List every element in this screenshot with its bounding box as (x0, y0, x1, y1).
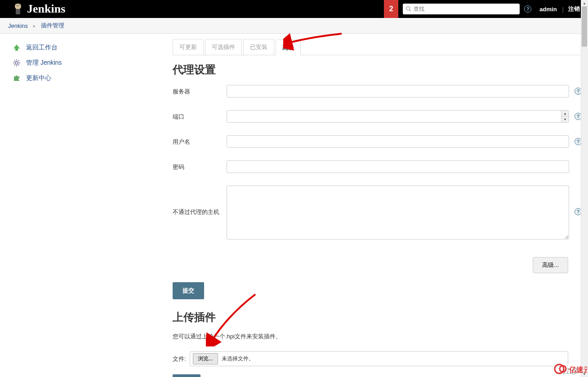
sidebar-item-label: 更新中心 (26, 74, 51, 82)
file-label: 文件: (173, 355, 186, 363)
textarea-noproxy[interactable] (227, 186, 569, 240)
search-icon (405, 6, 412, 12)
browse-button[interactable]: 浏览... (193, 353, 218, 364)
help-icon[interactable]: ? (524, 5, 531, 13)
file-picker: 浏览... 未选择文件。 (190, 351, 568, 366)
label-port: 端口 (173, 110, 227, 121)
svg-point-2 (17, 5, 18, 6)
scrollbar-up-icon[interactable]: ▲ (581, 0, 588, 6)
logo-text: Jenkins (27, 2, 65, 16)
tab-available[interactable]: 可选插件 (205, 39, 242, 55)
label-server: 服务器 (173, 85, 227, 96)
notification-badge[interactable]: 2 (384, 0, 398, 18)
up-arrow-icon (12, 43, 22, 53)
sidebar-item-label: 管理 Jenkins (26, 59, 62, 67)
input-server[interactable] (227, 85, 569, 98)
tab-advanced[interactable]: 高级 (276, 40, 301, 55)
tabs: 可更新 可选插件 已安装 高级 (173, 39, 582, 55)
svg-line-12 (18, 65, 19, 66)
tab-installed[interactable]: 已安装 (243, 39, 274, 55)
row-password: 密码 ? (173, 160, 582, 173)
watermark-logo: 亿速云 (552, 361, 588, 377)
svg-line-11 (14, 61, 15, 62)
input-password[interactable] (227, 160, 569, 173)
svg-line-13 (14, 65, 15, 66)
search-box[interactable] (403, 4, 520, 14)
upload-title: 上传插件 (173, 310, 582, 324)
submit-button[interactable]: 提交 (173, 282, 204, 299)
svg-point-3 (18, 5, 19, 6)
svg-point-4 (406, 7, 410, 10)
spinner-up-icon[interactable]: ▲ (561, 111, 569, 116)
sidebar-item-workbench[interactable]: 返回工作台 (12, 40, 162, 55)
breadcrumb-plugins[interactable]: 插件管理 (41, 22, 64, 30)
svg-point-0 (15, 3, 21, 9)
logout-link[interactable]: 注销 (568, 5, 580, 13)
sidebar-item-label: 返回工作台 (26, 44, 58, 52)
scrollbar[interactable]: ▲ ▼ (581, 0, 588, 377)
sidebar-item-manage[interactable]: 管理 Jenkins (12, 55, 162, 71)
row-username: 用户名 ? (173, 135, 582, 148)
content: 可更新 可选插件 已安装 高级 代理设置 服务器 ? 端口 ▲ ▼ (166, 34, 588, 377)
advanced-button[interactable]: 高级... (533, 257, 568, 273)
user-link[interactable]: admin (539, 6, 557, 13)
label-password: 密码 (173, 160, 227, 171)
gear-icon (12, 58, 22, 68)
input-username[interactable] (227, 135, 569, 148)
sidebar-item-update[interactable]: 更新中心 (12, 71, 162, 86)
no-file-text: 未选择文件。 (222, 355, 254, 363)
svg-line-14 (18, 61, 19, 62)
spinner-down-icon[interactable]: ▼ (561, 116, 569, 122)
svg-point-6 (15, 62, 18, 64)
row-server: 服务器 ? (173, 85, 582, 98)
search-input[interactable] (414, 6, 517, 12)
port-spinner: ▲ ▼ (561, 110, 569, 123)
scrollbar-thumb[interactable] (582, 6, 587, 47)
proxy-title: 代理设置 (173, 62, 582, 77)
breadcrumb: Jenkins ▸ 插件管理 (0, 18, 588, 34)
sidebar: 返回工作台 管理 Jenkins 更新中心 (0, 34, 166, 377)
label-username: 用户名 (173, 135, 227, 146)
logo-area[interactable]: Jenkins (0, 2, 65, 16)
file-row: 文件: 浏览... 未选择文件。 (173, 351, 582, 366)
jenkins-logo-icon (13, 2, 23, 16)
row-port: 端口 ▲ ▼ ? (173, 110, 582, 123)
breadcrumb-jenkins[interactable]: Jenkins (8, 22, 28, 29)
upload-button[interactable]: 上传 (173, 374, 200, 377)
input-port[interactable] (227, 110, 561, 123)
tab-updatable[interactable]: 可更新 (173, 39, 204, 55)
puzzle-icon (12, 73, 22, 83)
svg-line-5 (410, 10, 411, 12)
row-noproxy: 不通过代理的主机 ? (173, 186, 582, 241)
header: Jenkins 2 ? admin | 注销 (0, 0, 588, 18)
svg-text:亿速云: 亿速云 (569, 366, 587, 373)
upload-description: 您可以通过上传一个.hpi文件来安装插件。 (173, 333, 582, 341)
svg-rect-1 (16, 9, 20, 14)
label-noproxy: 不通过代理的主机 (173, 186, 227, 216)
